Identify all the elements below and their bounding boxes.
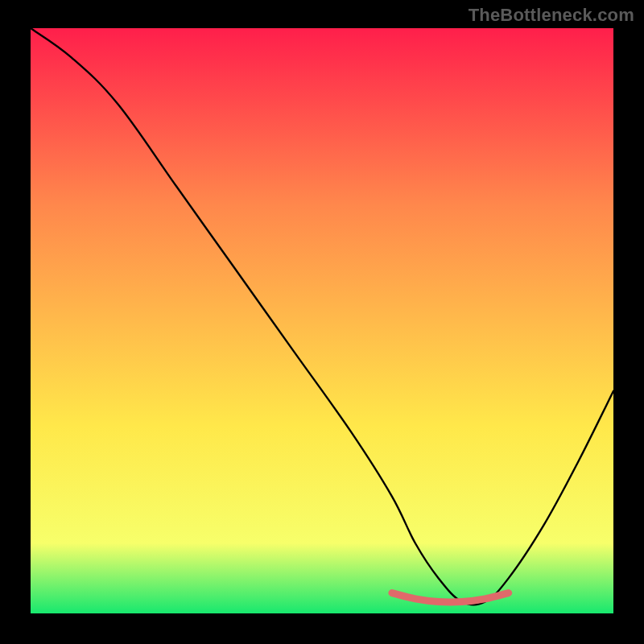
bottleneck-chart xyxy=(0,0,644,644)
watermark-label: TheBottleneck.com xyxy=(469,5,634,26)
chart-frame: { "watermark": "TheBottleneck.com", "col… xyxy=(0,0,644,644)
plot-background xyxy=(31,28,613,613)
